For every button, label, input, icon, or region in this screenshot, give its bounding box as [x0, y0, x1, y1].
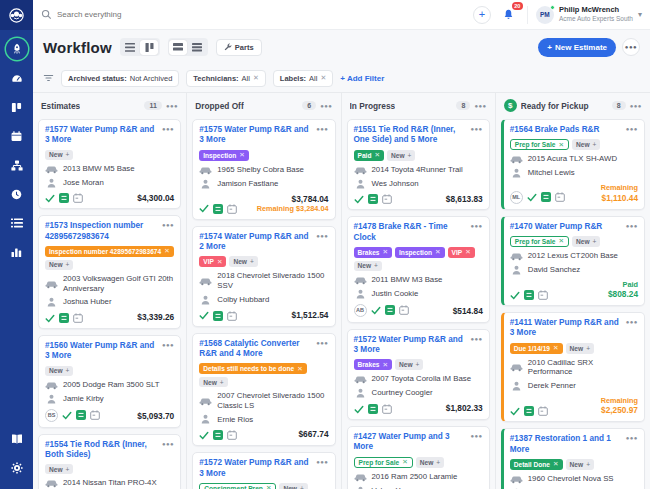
- tag-new[interactable]: New+: [45, 366, 73, 376]
- remove-tag-icon[interactable]: ✕: [266, 484, 272, 489]
- sidebar-item-gear[interactable]: [6, 457, 28, 479]
- tag-new[interactable]: New+: [566, 343, 594, 354]
- notifications-button[interactable]: 20: [499, 5, 519, 25]
- add-tag-icon[interactable]: +: [374, 262, 378, 269]
- add-tag-icon[interactable]: +: [66, 151, 70, 158]
- card-menu-button[interactable]: ●●●: [162, 221, 174, 228]
- remove-tag-icon[interactable]: ✕: [558, 141, 564, 149]
- column-menu-button[interactable]: ●●●: [474, 103, 486, 109]
- card-menu-button[interactable]: ●●●: [316, 125, 328, 132]
- user-menu[interactable]: PM Philip McWrench Acme Auto Experts Sou…: [536, 6, 642, 24]
- add-tag-icon[interactable]: +: [593, 238, 597, 245]
- workorder-card[interactable]: #1564 Brake Pads R&R●●●Prep for Sale✕New…: [501, 119, 645, 210]
- tag-new[interactable]: New+: [387, 150, 415, 161]
- card-menu-button[interactable]: ●●●: [470, 432, 482, 439]
- sidebar-item-calendar[interactable]: [6, 125, 28, 147]
- card-title-link[interactable]: #1577 Water Pump R&R and 3 More: [45, 125, 158, 146]
- card-title-link[interactable]: #1411 Water Pump R&R and 3 More: [510, 318, 622, 339]
- remove-tag-icon[interactable]: ✕: [553, 344, 559, 352]
- tag-label[interactable]: Inspection number 42895672983674✕: [45, 246, 174, 257]
- remove-filter-icon[interactable]: ✕: [320, 74, 326, 82]
- remove-tag-icon[interactable]: ✕: [239, 151, 245, 159]
- remove-tag-icon[interactable]: ✕: [217, 258, 223, 266]
- remove-tag-icon[interactable]: ✕: [383, 361, 389, 369]
- tag-label[interactable]: Prep for Sale✕: [354, 457, 413, 468]
- workflow-menu-button[interactable]: ●●●: [622, 38, 640, 56]
- compact-rows-button[interactable]: [188, 40, 206, 55]
- card-menu-button[interactable]: ●●●: [626, 434, 638, 441]
- card-title-link[interactable]: #1470 Water Pump R&R: [510, 222, 622, 232]
- add-tag-icon[interactable]: +: [586, 461, 590, 468]
- sidebar-item-clock[interactable]: [6, 183, 28, 205]
- card-title-link[interactable]: #1551 Tie Rod R&R (Inner, One Side) and …: [354, 125, 467, 146]
- tag-new[interactable]: New+: [229, 256, 257, 267]
- tag-new[interactable]: New+: [45, 260, 73, 270]
- workorder-card[interactable]: #1554 Tie Rod R&R (Inner, Both Sides)●●●…: [38, 434, 181, 489]
- card-menu-button[interactable]: ●●●: [162, 440, 174, 447]
- workorder-card[interactable]: #1572 Water Pump R&R and 3 More●●●Consig…: [192, 452, 335, 489]
- card-menu-button[interactable]: ●●●: [316, 232, 328, 239]
- new-estimate-button[interactable]: + New Estimate: [538, 38, 616, 57]
- card-title-link[interactable]: #1554 Tie Rod R&R (Inner, Both Sides): [45, 440, 158, 461]
- tag-new[interactable]: New+: [45, 150, 73, 160]
- workorder-card[interactable]: #1573 Inspection number 42895672983674●●…: [38, 215, 181, 329]
- workorder-card[interactable]: #1387 Restoration 1 and 1 More●●●Detail …: [501, 428, 645, 489]
- tag-label[interactable]: Inspection✕: [199, 150, 249, 161]
- tag-label[interactable]: Prep for Sale✕: [510, 139, 569, 150]
- remove-tag-icon[interactable]: ✕: [297, 365, 303, 373]
- add-tag-icon[interactable]: +: [593, 141, 597, 148]
- tag-label[interactable]: VIP✕: [448, 247, 475, 258]
- card-menu-button[interactable]: ●●●: [626, 222, 638, 229]
- card-title-link[interactable]: #1564 Brake Pads R&R: [510, 125, 622, 135]
- tag-new[interactable]: New+: [416, 457, 444, 468]
- sidebar-item-rocket[interactable]: [6, 38, 28, 60]
- remove-tag-icon[interactable]: ✕: [164, 247, 170, 255]
- tag-label[interactable]: Due 1/14/19✕: [510, 343, 563, 354]
- card-title-link[interactable]: #1573 Inspection number 42895672983674: [45, 221, 158, 242]
- remove-tag-icon[interactable]: ✕: [374, 151, 380, 159]
- remove-tag-icon[interactable]: ✕: [402, 458, 408, 466]
- tag-label[interactable]: Inspection✕: [395, 247, 445, 258]
- card-menu-button[interactable]: ●●●: [470, 125, 482, 132]
- tag-new[interactable]: New+: [395, 359, 423, 370]
- add-tag-icon[interactable]: +: [300, 485, 304, 489]
- tag-new[interactable]: New+: [354, 261, 382, 271]
- tag-label[interactable]: VIP✕: [199, 256, 226, 267]
- list-view-button[interactable]: [121, 40, 139, 55]
- card-title-link[interactable]: #1387 Restoration 1 and 1 More: [510, 434, 622, 455]
- quick-add-button[interactable]: +: [473, 6, 491, 24]
- tag-new[interactable]: New+: [199, 377, 227, 387]
- card-title-link[interactable]: #1568 Catalytic Converter R&R and 4 More: [199, 339, 312, 360]
- add-tag-icon[interactable]: +: [436, 459, 440, 466]
- column-menu-button[interactable]: ●●●: [166, 103, 178, 109]
- add-tag-icon[interactable]: +: [66, 466, 70, 473]
- filter-pill-0[interactable]: Archived status: Not Archived: [61, 70, 179, 87]
- search-input[interactable]: [57, 10, 257, 19]
- add-tag-icon[interactable]: +: [66, 261, 70, 268]
- remove-tag-icon[interactable]: ✕: [435, 248, 441, 256]
- shopmonkey-logo[interactable]: [0, 0, 33, 30]
- card-menu-button[interactable]: ●●●: [470, 335, 482, 342]
- card-title-link[interactable]: #1560 Water Pump R&R and 3 More: [45, 341, 158, 362]
- column-menu-button[interactable]: ●●●: [320, 103, 332, 109]
- card-title-link[interactable]: #1572 Water Pump R&R and 3 More: [354, 335, 467, 356]
- tag-new[interactable]: New+: [45, 464, 73, 474]
- sidebar-item-gauge[interactable]: [6, 67, 28, 89]
- workorder-card[interactable]: #1470 Water Pump R&R●●●Prep for Sale✕New…: [501, 216, 645, 307]
- tag-label[interactable]: Paid✕: [354, 150, 384, 161]
- card-title-link[interactable]: #1575 Water Pump R&R and 3 More: [199, 125, 312, 146]
- workorder-card[interactable]: #1574 Water Pump R&R and 2 More●●●VIP✕Ne…: [192, 226, 335, 327]
- card-menu-button[interactable]: ●●●: [162, 341, 174, 348]
- global-search[interactable]: [41, 9, 465, 20]
- remove-tag-icon[interactable]: ✕: [465, 248, 471, 256]
- card-menu-button[interactable]: ●●●: [626, 125, 638, 132]
- tag-label[interactable]: Prep for Sale✕: [510, 236, 569, 247]
- card-menu-button[interactable]: ●●●: [470, 222, 482, 229]
- card-title-link[interactable]: #1572 Water Pump R&R and 3 More: [199, 458, 312, 479]
- tag-new[interactable]: New+: [566, 459, 594, 470]
- filter-pill-1[interactable]: Technicians: All✕: [186, 70, 266, 87]
- workorder-card[interactable]: #1551 Tie Rod R&R (Inner, One Side) and …: [347, 119, 490, 210]
- tag-label[interactable]: Brakes✕: [354, 247, 393, 258]
- tag-label[interactable]: Detail Done✕: [510, 459, 563, 470]
- add-tag-icon[interactable]: +: [586, 345, 590, 352]
